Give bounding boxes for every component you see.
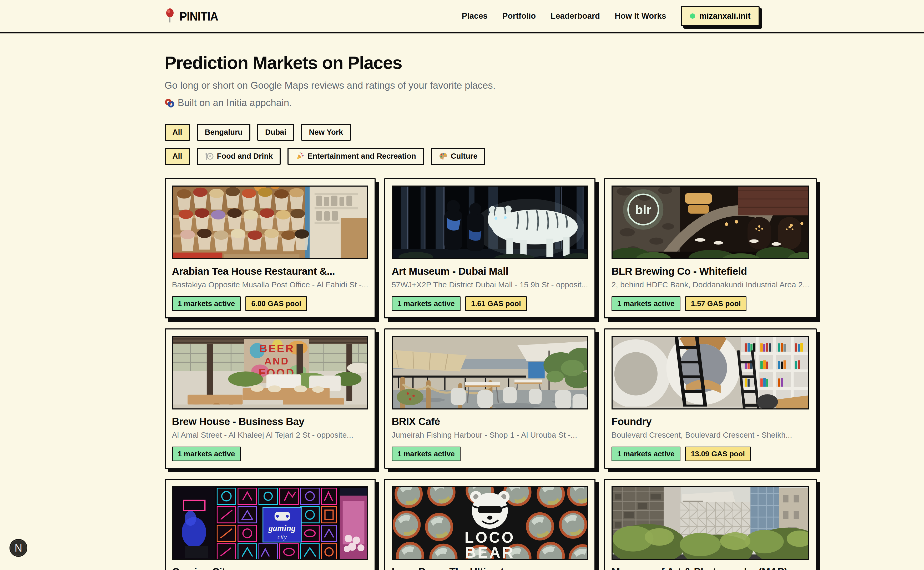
nextjs-n-icon: N xyxy=(15,542,22,554)
place-address: Boulevard Crescent, Boulevard Crescent -… xyxy=(611,431,809,440)
place-card-foundry[interactable]: Foundry Boulevard Crescent, Boulevard Cr… xyxy=(604,328,817,469)
place-address: Jumeirah Fishing Harbour - Shop 1 - Al U… xyxy=(392,431,588,440)
blr-neon-text: blr xyxy=(635,203,651,217)
place-card-loco-bear[interactable]: LOCO BEAR Loco Bear - The Ultimate... xyxy=(384,479,596,570)
card-image-spice-souk xyxy=(172,185,368,259)
markets-active-badge: 1 markets active xyxy=(611,447,680,461)
badge-row: 1 markets active xyxy=(172,447,368,461)
place-address: 2, behind HDFC Bank, Doddanakundi Indust… xyxy=(611,280,809,289)
wallet-button[interactable]: mizanxali.init xyxy=(681,6,760,26)
place-title: Gaming City xyxy=(172,566,368,570)
place-card-map-museum[interactable]: Museum of Art & Photography (MAP) xyxy=(604,479,817,570)
markets-active-badge: 1 markets active xyxy=(392,296,461,311)
place-card-arabian-tea-house[interactable]: Arabian Tea House Restaurant &... Bastak… xyxy=(165,178,376,319)
top-navbar: PINITIA Places Portfolio Leaderboard How… xyxy=(0,0,924,34)
card-image-loco-bear-wall: LOCO BEAR xyxy=(392,486,588,560)
green-status-dot xyxy=(690,14,695,19)
city-filter-row: All Bengaluru Dubai New York xyxy=(165,124,760,141)
page-title: Prediction Markets on Places xyxy=(165,52,760,73)
fork-and-knife-with-plate-icon xyxy=(205,152,214,161)
city-filter-bengaluru[interactable]: Bengaluru xyxy=(197,124,250,141)
gas-pool-badge: 1.61 GAS pool xyxy=(465,296,527,311)
place-title: Loco Bear - The Ultimate... xyxy=(392,566,588,570)
place-card-brew-house[interactable]: BEER AND FOOD Brew House - Business Bay … xyxy=(165,328,376,469)
place-title: BLR Brewing Co - Whitefield xyxy=(611,265,809,277)
arcade-neon-text-city: city xyxy=(277,533,286,541)
markets-active-badge: 1 markets active xyxy=(172,447,241,461)
nextjs-dev-indicator[interactable]: N xyxy=(9,539,27,557)
category-filter-all[interactable]: All xyxy=(165,148,190,165)
nav-link-how-it-works[interactable]: How It Works xyxy=(615,11,666,21)
badge-row: 1 markets active 13.09 GAS pool xyxy=(611,447,809,461)
place-title: Museum of Art & Photography (MAP) xyxy=(611,566,809,570)
card-image-brewery-courtyard: blr xyxy=(611,185,809,259)
page-subtitle-chain: Built on an Initia appchain. xyxy=(165,97,760,109)
main-nav: Places Portfolio Leaderboard How It Work… xyxy=(462,6,760,26)
badge-row: 1 markets active xyxy=(392,447,588,461)
category-filter-food-and-drink[interactable]: Food and Drink xyxy=(197,148,281,165)
knot-icon xyxy=(165,98,175,108)
wallet-address: mizanxali.init xyxy=(699,11,751,21)
city-filter-new-york[interactable]: New York xyxy=(301,124,351,141)
place-title: Arabian Tea House Restaurant &... xyxy=(172,265,368,277)
page-subtitle: Go long or short on Google Maps reviews … xyxy=(165,80,760,91)
city-filter-all[interactable]: All xyxy=(165,124,190,141)
gas-pool-badge: 13.09 GAS pool xyxy=(685,447,751,461)
badge-row: 1 markets active 1.61 GAS pool xyxy=(392,296,588,311)
card-image-library-pods xyxy=(611,336,809,409)
place-card-gaming-city[interactable]: gaming city Gaming City xyxy=(165,479,376,570)
party-popper-icon xyxy=(295,152,304,161)
markets-active-badge: 1 markets active xyxy=(172,296,241,311)
mural-text-and: AND xyxy=(264,355,289,366)
category-filter-culture[interactable]: Culture xyxy=(431,148,486,165)
artist-palette-icon xyxy=(439,152,447,161)
round-pushpin-icon xyxy=(165,8,175,24)
place-title: Brew House - Business Bay xyxy=(172,416,368,428)
place-address: Al Amal Street - Al Khaleej Al Tejari 2 … xyxy=(172,431,368,440)
badge-row: 1 markets active 1.57 GAS pool xyxy=(611,296,809,311)
card-image-restaurant-terrace: BEER AND FOOD xyxy=(172,336,368,409)
gas-pool-badge: 1.57 GAS pool xyxy=(685,296,747,311)
category-filter-entertainment[interactable]: Entertainment and Recreation xyxy=(287,148,424,165)
city-filter-dubai[interactable]: Dubai xyxy=(257,124,294,141)
loco-bear-text-bear: BEAR xyxy=(465,544,515,559)
markets-active-badge: 1 markets active xyxy=(611,296,680,311)
nav-link-places[interactable]: Places xyxy=(462,11,488,21)
place-card-art-museum[interactable]: Art Museum - Dubai Mall 57WJ+X2P The Dis… xyxy=(384,178,596,319)
loco-bear-text-loco: LOCO xyxy=(464,529,515,546)
card-image-harbour-terrace xyxy=(392,336,588,409)
brand-logo[interactable]: PINITIA xyxy=(165,8,221,24)
card-image-glowing-tiger xyxy=(392,185,588,259)
place-address: Bastakiya Opposite Musalla Post Office -… xyxy=(172,280,368,289)
place-card-blr-brewing[interactable]: blr BLR Brewing Co - Whitefield 2, behin… xyxy=(604,178,817,319)
arcade-neon-text-gaming: gaming xyxy=(268,523,295,533)
nav-link-leaderboard[interactable]: Leaderboard xyxy=(550,11,600,21)
place-title: Art Museum - Dubai Mall xyxy=(392,265,588,277)
card-image-neon-arcade: gaming city xyxy=(172,486,368,560)
brand-name: PINITIA xyxy=(179,9,218,23)
badge-row: 1 markets active 6.00 GAS pool xyxy=(172,296,368,311)
card-image-map-building xyxy=(611,486,809,560)
markets-active-badge: 1 markets active xyxy=(392,447,461,461)
gas-pool-badge: 6.00 GAS pool xyxy=(245,296,307,311)
place-address: 57WJ+X2P The District Dubai Mall - 15 9b… xyxy=(392,280,588,289)
places-grid: Arabian Tea House Restaurant &... Bastak… xyxy=(165,178,760,570)
category-filter-row: All Food and Drink Entertainment and Rec… xyxy=(165,148,760,165)
nav-link-portfolio[interactable]: Portfolio xyxy=(502,11,536,21)
mural-text-beer: BEER xyxy=(259,342,294,355)
place-title: BRIX Café xyxy=(392,416,588,428)
place-card-brix-cafe[interactable]: BRIX Café Jumeirah Fishing Harbour - Sho… xyxy=(384,328,596,469)
place-title: Foundry xyxy=(611,416,809,428)
